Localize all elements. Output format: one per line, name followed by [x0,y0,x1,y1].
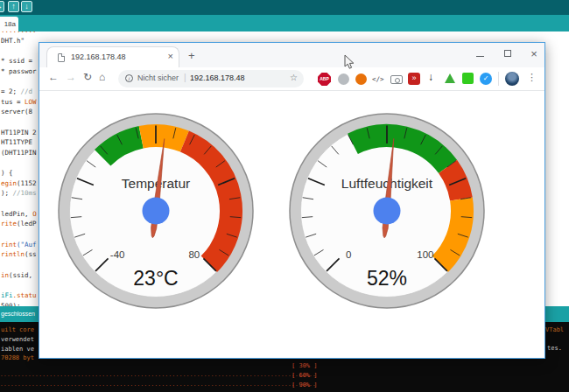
arduino-toolbar: → ↑ ↓ [0,0,569,15]
forward-button[interactable]: → [66,71,76,83]
upload-icon: → [0,2,3,10]
temperature-gauge: -4080Temperatur23°C [51,106,261,316]
code-line: ); //10ms [1,189,37,197]
code-line: * passwor [1,67,37,75]
save-icon: ↓ [25,2,29,10]
code-line: server(8 [1,108,32,116]
code-line: rintln(ss [1,250,37,258]
gauge-hub [374,198,401,225]
browser-window: 192.168.178.48 × + × ← → ↻ ⌂ i Nicht sic… [39,42,545,359]
code-line: (DHT11PIN [1,149,37,157]
toolbar-divider [498,72,499,86]
window-maximize-button[interactable] [493,43,523,67]
gauge-max-label: 100 [417,249,433,260]
code-line: ......... [1,26,37,34]
humidity-gauge: 0100Luftfeuchtigkeit52% [282,106,492,316]
desktop: → ↑ ↓ 18a .........DHT.h"* ssid = * pass… [0,0,569,392]
upload-progress-percent: [ 90% ] [292,382,318,388]
upload-progress-percent: [ 30% ] [292,363,318,369]
home-button[interactable]: ⌂ [99,71,105,83]
gauge-hub [143,198,170,225]
browser-tab[interactable]: 192.168.178.48 × [46,46,179,67]
new-tab-button[interactable]: + [188,49,195,62]
browser-tab-bar: 192.168.178.48 × + × [39,43,544,67]
orange-extension-icon[interactable] [355,74,367,85]
window-minimize-button[interactable] [465,43,495,67]
open-icon: ↑ [11,2,16,10]
security-label: Nicht sicher [137,74,179,82]
code-line: rite(ledP [1,220,37,228]
code-line: rint("Auf [1,241,37,248]
gauge-max-label: 80 [188,249,200,260]
console-output-line: iablen ve [1,346,34,353]
code-line: tus = LOW [1,98,37,106]
green-square-extension-icon[interactable] [462,73,474,84]
address-bar[interactable]: i Nicht sicher | 192.168.178.48 ☆ [118,70,304,88]
check-extension-icon[interactable]: ✓ [480,73,492,85]
console-output-fragment: tes. [547,345,562,352]
open-button[interactable]: ↑ [8,1,19,12]
upload-progress-percent: [ 60% ] [292,373,318,379]
code-extension-icon[interactable]: </> [372,75,384,83]
code-line: egin(1152 [1,179,37,187]
download-extension-icon[interactable]: ↓ [428,71,433,83]
gauge-min-label: -40 [110,249,125,260]
gauge-value: 23°C [133,267,178,290]
code-line: = 2; //d [1,88,32,95]
gauge-min-label: 0 [346,249,351,260]
save-button[interactable]: ↓ [21,1,32,12]
back-button[interactable]: ← [48,71,59,83]
console-output-line: 70288 byt [1,354,34,361]
code-line: * ssid = [1,57,37,65]
console-output-line: verwendet [1,336,34,343]
console-output-fragment: VTabl [545,326,564,333]
gauge-value: 52% [367,267,407,290]
console-output-line: uilt core [1,326,34,333]
adblock-extension-icon[interactable]: ABP [318,73,331,86]
url-text: 192.168.178.48 [190,74,245,82]
window-close-button[interactable]: × [519,43,549,67]
upload-progress-line: ........................................… [0,382,569,392]
code-line: HT11PIN 2 [1,129,37,136]
code-line: HT11TYPE [1,138,32,146]
page-content: -4080Temperatur23°C 0100Luftfeuchtigkeit… [39,92,544,358]
tree-extension-icon[interactable] [445,74,455,83]
upload-button[interactable]: → [0,1,4,12]
browser-toolbar: ← → ↻ ⌂ i Nicht sicher | 192.168.178.48 … [39,67,544,91]
profile-avatar[interactable] [505,72,519,86]
browser-tab-title: 192.168.178.48 [71,52,126,61]
browser-menu-icon[interactable]: ⋮ [527,72,537,83]
address-separator: | [184,73,186,82]
code-line: ledPin, O [1,210,37,218]
video-downloader-extension-icon[interactable]: » [408,73,420,85]
code-line: iFi.statu [1,291,37,299]
code-line: ) { [1,169,13,177]
arduino-tabstrip: 18a [0,15,569,32]
reload-button[interactable]: ↻ [83,71,92,83]
bookmark-star-icon[interactable]: ☆ [290,73,298,82]
code-line: in(ssid, [1,271,32,279]
gauge-title: Temperatur [122,176,190,191]
info-icon[interactable]: i [125,74,133,82]
tab-close-icon[interactable]: × [168,51,173,61]
camera-extension-icon[interactable] [390,75,403,84]
ide-status-text: geschlossen [1,311,35,317]
page-favicon-icon [58,53,65,62]
code-line: DHT.h" [1,37,25,45]
gray-extension-icon[interactable] [338,74,349,85]
mouse-cursor [344,54,355,70]
